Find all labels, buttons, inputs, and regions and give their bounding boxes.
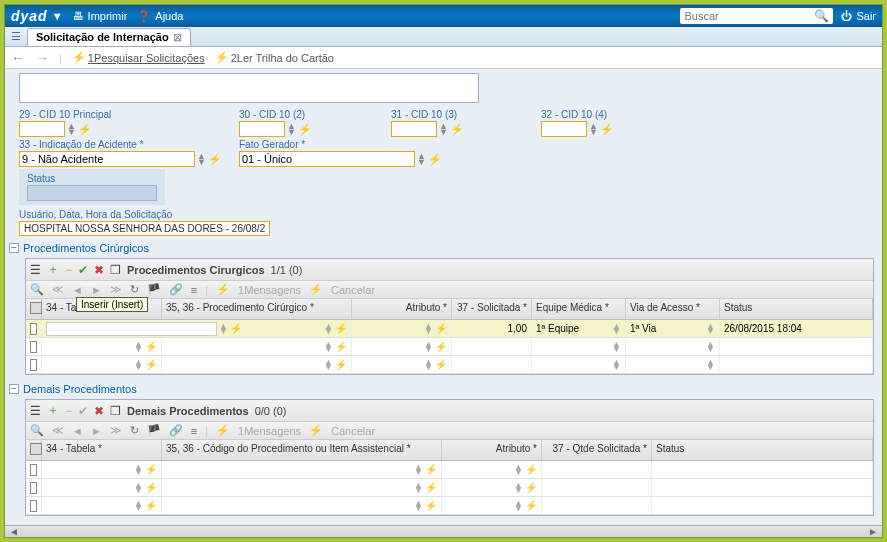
col-tabela[interactable]: 34 - Tabela * — [42, 440, 162, 460]
bolt-icon[interactable]: ⚡ — [145, 464, 157, 475]
next-icon[interactable]: ► — [91, 425, 102, 437]
spinner-icon[interactable]: ▲▼ — [706, 360, 715, 370]
status-arrow-right[interactable]: ► — [868, 526, 878, 537]
collapse-icon[interactable]: − — [9, 384, 19, 394]
dropdown-icon[interactable]: ▼ — [52, 10, 63, 22]
bolt-icon[interactable]: ⚡ — [425, 482, 437, 493]
search-icon[interactable]: 🔍 — [30, 283, 44, 296]
window-icon[interactable]: ❐ — [110, 404, 121, 418]
first-icon[interactable]: ≪ — [52, 283, 64, 296]
pesquisar-link[interactable]: ⚡ 1Pesquisar Solicitações — [72, 51, 205, 64]
table-row[interactable]: ▲▼⚡ ▲▼⚡ ▲▼⚡ — [26, 461, 873, 479]
col-codigo[interactable]: 35, 36 - Código do Procedimento ou Item … — [162, 440, 442, 460]
col-atributo[interactable]: Atributo * — [442, 440, 542, 460]
spinner-icon[interactable]: ▲▼ — [324, 360, 333, 370]
refresh-icon[interactable]: ↻ — [130, 283, 139, 296]
spinner-icon[interactable]: ▲▼ — [706, 324, 715, 334]
bolt-icon[interactable]: ⚡ — [425, 464, 437, 475]
spinner-icon[interactable]: ▲▼ — [324, 342, 333, 352]
fato-input[interactable] — [239, 151, 415, 167]
row-checkbox[interactable] — [30, 482, 37, 494]
col-solicitada[interactable]: 37 - Solicitada * — [452, 299, 532, 319]
delete-icon[interactable]: ✖ — [94, 263, 104, 277]
menu-icon[interactable]: ☰ — [30, 404, 41, 418]
remove-icon[interactable]: − — [65, 404, 72, 418]
mensagens-link[interactable]: 1Mensagens — [238, 425, 301, 437]
search-icon[interactable]: 🔍 — [814, 9, 829, 23]
search-icon[interactable]: 🔍 — [30, 424, 44, 437]
spinner-icon[interactable]: ▲▼ — [134, 501, 143, 511]
row-checkbox[interactable] — [30, 323, 37, 335]
spinner-icon[interactable]: ▲▼ — [514, 501, 523, 511]
spinner-icon[interactable]: ▲▼ — [424, 360, 433, 370]
table-row[interactable]: ▲▼⚡ ▲▼⚡ ▲▼⚡ ▲▼ ▲▼ — [26, 356, 873, 374]
col-atributo[interactable]: Atributo * — [352, 299, 452, 319]
cid2-input[interactable] — [239, 121, 285, 137]
row-checkbox[interactable] — [30, 464, 37, 476]
bolt-icon[interactable]: ⚡ — [335, 341, 347, 352]
link-icon[interactable]: 🔗 — [169, 283, 183, 296]
cancelar-link[interactable]: Cancelar — [331, 284, 375, 296]
bolt-icon[interactable]: ⚡ — [525, 464, 537, 475]
col-status[interactable]: Status — [720, 299, 873, 319]
cancelar-link[interactable]: Cancelar — [331, 425, 375, 437]
spinner-icon[interactable]: ▲▼ — [424, 324, 433, 334]
check-icon[interactable]: ✔ — [78, 263, 88, 277]
spinner-icon[interactable]: ▲▼ — [514, 483, 523, 493]
spinner-icon[interactable]: ▲▼ — [417, 153, 426, 165]
last-icon[interactable]: ≫ — [110, 283, 122, 296]
spinner-icon[interactable]: ▲▼ — [134, 342, 143, 352]
bolt-icon[interactable]: ⚡ — [208, 153, 222, 166]
spinner-icon[interactable]: ▲▼ — [134, 483, 143, 493]
mensagens-link[interactable]: 1Mensagens — [238, 284, 301, 296]
bolt-icon[interactable]: ⚡ — [145, 482, 157, 493]
collapse-icon[interactable]: − — [9, 243, 19, 253]
spinner-icon[interactable]: ▲▼ — [134, 465, 143, 475]
search-box[interactable]: 🔍 — [680, 8, 833, 24]
spinner-icon[interactable]: ▲▼ — [414, 501, 423, 511]
settings-icon[interactable]: ≡ — [191, 425, 197, 437]
spinner-icon[interactable]: ▲▼ — [514, 465, 523, 475]
bolt-icon[interactable]: ⚡ — [335, 359, 347, 370]
cid4-input[interactable] — [541, 121, 587, 137]
check-icon[interactable]: ✔ — [78, 404, 88, 418]
first-icon[interactable]: ≪ — [52, 424, 64, 437]
bolt-icon[interactable]: ⚡ — [145, 359, 157, 370]
row-checkbox[interactable] — [30, 359, 37, 371]
last-icon[interactable]: ≫ — [110, 424, 122, 437]
spinner-icon[interactable]: ▲▼ — [414, 465, 423, 475]
tab-solicitacao[interactable]: Solicitação de Internação ⊠ — [27, 28, 191, 46]
row-checkbox[interactable] — [30, 500, 37, 512]
table-row[interactable]: ▲▼⚡ ▲▼⚡ ▲▼⚡ 1,00 1ª Equipe▲▼ 1ª Via▲▼ 26… — [26, 320, 873, 338]
spinner-icon[interactable]: ▲▼ — [589, 123, 598, 135]
settings-icon[interactable]: ≡ — [191, 284, 197, 296]
spinner-icon[interactable]: ▲▼ — [134, 360, 143, 370]
notes-textarea[interactable] — [19, 73, 479, 103]
menu-icon[interactable]: ☰ — [30, 263, 41, 277]
bolt-icon[interactable]: ⚡ — [335, 323, 347, 334]
spinner-icon[interactable]: ▲▼ — [424, 342, 433, 352]
spinner-icon[interactable]: ▲▼ — [197, 153, 206, 165]
tab-close-icon[interactable]: ⊠ — [173, 31, 182, 44]
print-button[interactable]: 🖶 Imprimir — [73, 10, 128, 22]
bolt-icon[interactable]: ⚡ — [525, 500, 537, 511]
bolt-icon[interactable]: ⚡ — [450, 123, 464, 136]
add-icon[interactable]: ＋ — [47, 402, 59, 419]
bolt-icon[interactable]: ⚡ — [425, 500, 437, 511]
indicacao-input[interactable] — [19, 151, 195, 167]
remove-icon[interactable]: − — [65, 263, 72, 277]
col-status[interactable]: Status — [652, 440, 873, 460]
spinner-icon[interactable]: ▲▼ — [67, 123, 76, 135]
spinner-icon[interactable]: ▲▼ — [324, 324, 333, 334]
table-row[interactable]: ▲▼⚡ ▲▼⚡ ▲▼⚡ — [26, 497, 873, 515]
ler-trilha-link[interactable]: ⚡ 2Ler Trilha do Cartão — [215, 51, 334, 64]
cid3-input[interactable] — [391, 121, 437, 137]
status-arrow-left[interactable]: ◄ — [9, 526, 19, 537]
exit-button[interactable]: ⏻ Sair — [841, 10, 876, 22]
table-row[interactable]: ▲▼⚡ ▲▼⚡ ▲▼⚡ — [26, 479, 873, 497]
table-row[interactable]: ▲▼⚡ ▲▼⚡ ▲▼⚡ ▲▼ ▲▼ — [26, 338, 873, 356]
checkbox-all[interactable] — [30, 443, 42, 455]
refresh-icon[interactable]: ↻ — [130, 424, 139, 437]
section-demais[interactable]: − Demais Procedimentos — [5, 381, 882, 397]
bolt-icon[interactable]: ⚡ — [525, 482, 537, 493]
